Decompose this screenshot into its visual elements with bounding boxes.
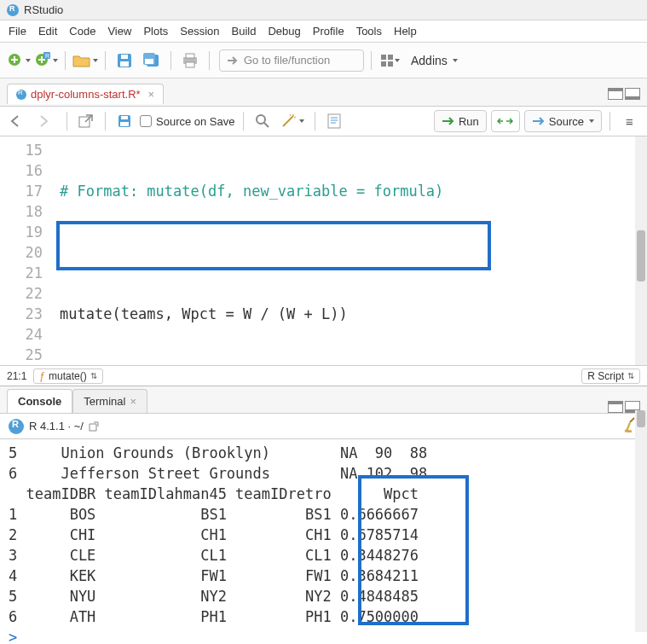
language-label: R Script [587, 370, 624, 382]
window-title: RStudio [24, 3, 63, 16]
cursor-position: 21:1 [7, 370, 26, 382]
wand-button[interactable] [278, 110, 307, 132]
r-version: R 4.1.1 · ~/ [29, 420, 84, 432]
new-project-button[interactable]: R [34, 49, 58, 73]
editor-scrollbar[interactable] [635, 136, 647, 365]
run-label: Run [459, 115, 479, 128]
save-source-button[interactable] [113, 110, 136, 132]
rerun-button[interactable] [491, 110, 520, 132]
menu-edit[interactable]: Edit [38, 25, 57, 38]
console-line: 5 NYU NY2 NY2 0.4848485 [9, 588, 419, 605]
menu-build[interactable]: Build [232, 25, 257, 38]
new-file-button[interactable] [7, 49, 31, 73]
source-pane: dplyr-columns-start.R* × Source on Save [0, 78, 647, 386]
save-button[interactable] [113, 49, 136, 73]
menu-profile[interactable]: Profile [313, 25, 344, 38]
menu-bar: File Edit Code View Plots Session Build … [0, 20, 647, 43]
tab-terminal-label: Terminal [84, 395, 125, 408]
svg-text:R: R [45, 53, 49, 59]
console-prompt[interactable]: > [9, 629, 26, 644]
save-all-button[interactable] [140, 49, 164, 73]
source-on-save-checkbox[interactable] [140, 115, 152, 127]
console-header: R 4.1.1 · ~/ [0, 414, 647, 439]
source-arrow-icon [532, 116, 546, 126]
nav-back-button[interactable] [7, 110, 31, 132]
main-toolbar: R Go to file/function Addins [0, 43, 647, 78]
svg-rect-9 [145, 59, 153, 64]
language-mode[interactable]: R Script ⇅ [581, 368, 640, 384]
menu-session[interactable]: Session [180, 25, 219, 38]
tab-terminal[interactable]: Terminal × [72, 389, 147, 413]
source-tab-row: dplyr-columns-start.R* × [0, 78, 647, 106]
console-line: 6 ATH PH1 PH1 0.7500000 [9, 608, 419, 625]
close-tab-icon[interactable]: × [148, 88, 155, 101]
source-on-save-label: Source on Save [156, 115, 235, 128]
console-tabs: Console Terminal × [0, 386, 647, 414]
menu-debug[interactable]: Debug [268, 25, 300, 38]
open-file-button[interactable] [72, 49, 98, 73]
goto-file-placeholder: Go to file/function [244, 54, 330, 67]
menu-file[interactable]: File [9, 25, 26, 38]
compile-report-button[interactable] [323, 110, 345, 132]
scrollbar-thumb[interactable] [637, 410, 645, 427]
tab-console[interactable]: Console [7, 389, 72, 413]
menu-view[interactable]: View [107, 25, 131, 38]
addins-button[interactable]: Addins [406, 51, 463, 70]
svg-rect-12 [186, 62, 194, 67]
svg-rect-16 [121, 116, 128, 119]
nav-forward-button[interactable] [35, 110, 59, 132]
popout-button[interactable] [75, 110, 97, 132]
console-minimize-button[interactable] [608, 401, 623, 413]
console-pane: Console Terminal × R 4.1.1 · ~/ 5 Union … [0, 386, 647, 632]
updown-icon: ⇅ [90, 371, 97, 380]
svg-point-17 [257, 115, 265, 124]
console-scrollbar[interactable] [635, 410, 647, 632]
goto-file-input[interactable]: Go to file/function [219, 49, 364, 72]
popout-console-icon[interactable] [89, 421, 99, 432]
menu-help[interactable]: Help [394, 25, 417, 38]
find-button[interactable] [251, 110, 274, 132]
function-name: mutate() [49, 370, 87, 382]
console-line: 4 KEK FW1 FW1 0.3684211 [9, 567, 419, 584]
menu-code[interactable]: Code [69, 25, 95, 38]
console-line: 1 BOS BS1 BS1 0.6666667 [9, 506, 419, 523]
code-line[interactable]: mutate(teams, Wpct = W / (W + L)) [60, 304, 647, 324]
annotation-highlight-wpct [358, 475, 469, 625]
tab-console-label: Console [18, 395, 61, 408]
pane-maximize-button[interactable] [625, 88, 640, 100]
addins-label: Addins [411, 54, 448, 67]
grid-icon [381, 55, 393, 67]
svg-rect-11 [186, 54, 194, 58]
run-button[interactable]: Run [434, 110, 487, 132]
pane-minimize-button[interactable] [608, 88, 623, 100]
print-button[interactable] [178, 49, 202, 73]
console-output[interactable]: 5 Union Grounds (Brooklyn) NA 90 88 6 Je… [0, 439, 647, 632]
code-editor[interactable]: 15 16 17 18 19 20 21 22 23 24 25 # Forma… [0, 136, 647, 365]
line-gutter: 15 16 17 18 19 20 21 22 23 24 25 [0, 136, 51, 365]
window-titlebar: RStudio [0, 0, 647, 20]
r-logo-icon [9, 419, 24, 434]
goto-arrow-icon [227, 55, 239, 67]
source-file-tab[interactable]: dplyr-columns-start.R* × [7, 84, 164, 104]
menu-tools[interactable]: Tools [356, 25, 382, 38]
editor-status-bar: 21:1 ƒ mutate() ⇅ R Script ⇅ [0, 365, 647, 386]
function-context[interactable]: ƒ mutate() ⇅ [33, 368, 102, 384]
menu-plots[interactable]: Plots [143, 25, 168, 38]
source-button[interactable]: Source [524, 110, 602, 132]
outline-toggle-button[interactable]: ≡ [618, 110, 640, 132]
code-line[interactable]: # Format: mutate(df, new_variable = form… [60, 181, 647, 201]
run-arrow-icon [442, 116, 455, 126]
svg-rect-6 [121, 55, 128, 59]
svg-rect-15 [120, 122, 129, 126]
pane-minmax [608, 88, 640, 100]
scrollbar-thumb[interactable] [637, 230, 645, 281]
source-filename: dplyr-columns-start.R* [31, 88, 141, 101]
code-line[interactable] [60, 242, 647, 263]
svg-rect-18 [328, 114, 340, 128]
close-icon[interactable]: × [130, 395, 136, 408]
code-area[interactable]: # Format: mutate(df, new_variable = form… [51, 136, 647, 365]
editor-toolbar: Source on Save Run Source [0, 106, 647, 136]
grid-button[interactable] [378, 49, 402, 73]
function-icon: ƒ [39, 370, 45, 382]
console-line: 5 Union Grounds (Brooklyn) NA 90 88 [9, 444, 427, 461]
